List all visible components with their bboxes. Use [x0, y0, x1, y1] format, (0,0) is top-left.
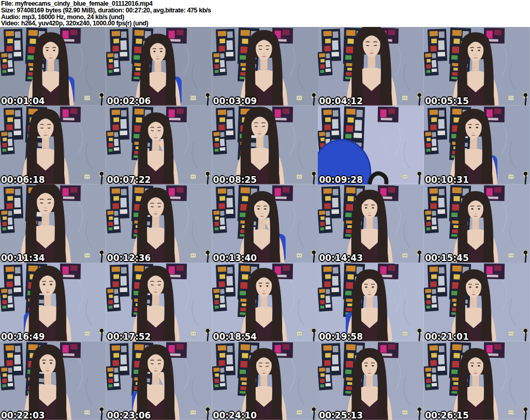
video-thumbnail: 00:23:06	[106, 341, 212, 420]
webcam-frame	[424, 263, 530, 341]
wall-poster	[106, 287, 121, 312]
power-outlet	[296, 175, 302, 179]
power-outlet	[296, 410, 302, 415]
power-outlet	[508, 410, 514, 415]
webcam-frame	[0, 27, 106, 106]
wall-poster	[0, 287, 15, 312]
wall-poster	[212, 209, 227, 234]
webcam-frame	[106, 263, 212, 341]
webcam-frame	[424, 106, 530, 184]
power-outlet	[402, 253, 408, 257]
webcam-frame	[0, 106, 106, 184]
power-outlet	[84, 253, 90, 257]
wall-poster	[60, 342, 81, 358]
wall-poster	[0, 130, 15, 155]
thumbnail-timestamp: 00:23:06	[107, 411, 151, 420]
wall-poster	[424, 287, 439, 312]
power-outlet	[190, 96, 196, 100]
thumbnail-timestamp: 00:24:10	[213, 411, 257, 420]
power-outlet	[402, 96, 408, 100]
wall-poster	[0, 51, 15, 76]
video-thumbnail: 00:10:31	[424, 106, 530, 184]
webcam-frame	[212, 27, 318, 106]
wall-poster	[166, 106, 186, 122]
video-thumbnail: 00:07:22	[106, 106, 212, 184]
webcam-frame	[424, 341, 530, 420]
power-outlet	[508, 253, 514, 257]
webcam-frame	[212, 341, 318, 420]
video-thumbnail: 00:03:09	[212, 27, 318, 106]
video-thumbnail: 00:13:40	[212, 184, 318, 263]
wall-poster	[212, 130, 227, 155]
webcam-frame	[318, 263, 424, 341]
thumbnail-timestamp: 00:21:01	[425, 332, 469, 341]
webcam-frame	[318, 27, 424, 106]
wall-poster	[106, 51, 121, 76]
wall-poster	[212, 287, 227, 312]
thumbnail-timestamp: 00:14:43	[319, 253, 363, 263]
wall-poster	[424, 51, 439, 76]
wall-poster	[60, 106, 81, 122]
webcam-frame	[0, 263, 106, 341]
video-thumbnail: 00:25:13	[318, 341, 424, 420]
webcam-frame	[0, 184, 106, 263]
wall-poster	[60, 264, 81, 280]
thumbnail-timestamp: 00:15:45	[425, 253, 469, 263]
thumbnail-timestamp: 00:01:04	[1, 96, 45, 106]
wall-poster	[0, 209, 15, 234]
wall-poster	[343, 106, 365, 143]
video-thumbnail: 00:11:34	[0, 184, 106, 263]
wall-poster	[318, 209, 333, 234]
wall-poster	[106, 366, 121, 390]
thumbnail-timestamp: 00:13:40	[213, 253, 257, 263]
power-outlet	[296, 253, 302, 257]
power-outlet	[402, 175, 408, 179]
wall-poster	[424, 130, 439, 155]
video-thumbnail: 00:22:03	[0, 341, 106, 420]
video-thumbnail: 00:06:18	[0, 106, 106, 184]
wall-poster	[318, 366, 333, 390]
thumbnail-timestamp: 00:09:28	[319, 175, 363, 184]
wall-poster	[106, 130, 121, 155]
thumbnail-timestamp: 00:12:36	[107, 253, 151, 263]
power-outlet	[190, 175, 196, 179]
power-outlet	[508, 175, 514, 179]
wall-poster	[106, 209, 121, 234]
thumbnail-timestamp: 00:16:49	[1, 332, 45, 341]
webcam-frame	[424, 184, 530, 263]
thumbnail-timestamp: 00:19:58	[319, 332, 363, 341]
video-thumbnail: 00:05:15	[424, 27, 530, 106]
power-outlet	[84, 175, 90, 179]
webcam-frame	[212, 184, 318, 263]
power-outlet	[190, 253, 196, 257]
wall-poster	[212, 366, 227, 390]
thumbnail-timestamp: 00:05:15	[425, 96, 469, 106]
media-info-header: File: myfreecams_cindy_blue_female_01112…	[0, 0, 530, 27]
video-thumbnail: 00:02:06	[106, 27, 212, 106]
video-thumbnail: 00:17:52	[106, 263, 212, 341]
thumbnail-timestamp: 00:25:13	[319, 411, 363, 420]
webcam-frame	[106, 184, 212, 263]
power-outlet	[508, 96, 514, 100]
webcam-frame	[106, 27, 212, 106]
power-outlet	[84, 331, 90, 336]
webcam-frame	[318, 184, 424, 263]
video-thumbnail: 00:12:36	[106, 184, 212, 263]
video-info-line: Video: h264, yuv420p, 320x240, 1000.00 f…	[1, 20, 530, 27]
video-thumbnail: 00:24:10	[212, 341, 318, 420]
video-thumbnail: 00:08:25	[212, 106, 318, 184]
wall-poster	[424, 366, 439, 390]
webcam-frame	[212, 106, 318, 184]
video-thumbnail: 00:15:45	[424, 184, 530, 263]
video-thumbnail: 00:21:01	[424, 263, 530, 341]
wall-poster	[484, 264, 505, 280]
thumbnail-timestamp: 00:02:06	[107, 96, 151, 106]
webcam-frame	[212, 263, 318, 341]
wall-poster	[60, 185, 81, 201]
thumbnail-timestamp: 00:18:54	[213, 332, 257, 341]
webcam-frame	[318, 341, 424, 420]
thumbnail-timestamp: 00:17:52	[107, 332, 151, 341]
contact-sheet-grid: 00:01:0400:02:0600:03:0900:04:1200:05:15…	[0, 27, 530, 420]
webcam-frame	[0, 341, 106, 420]
wall-poster	[318, 51, 333, 76]
